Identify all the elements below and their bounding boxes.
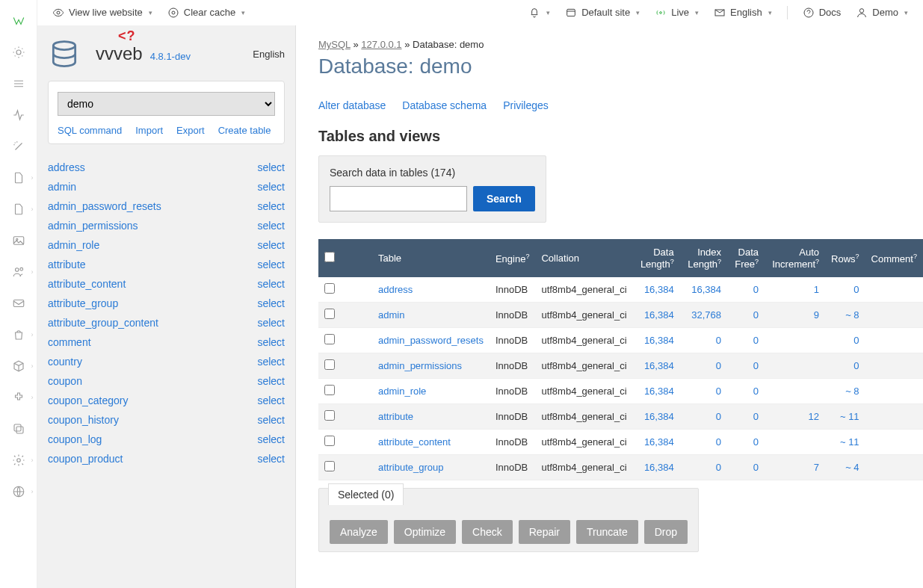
cell-index-length[interactable]: 0	[680, 455, 727, 480]
notifications-button[interactable]: ▾	[524, 4, 555, 22]
cell-auto-increment[interactable]: 7	[765, 455, 825, 480]
cell-rows[interactable]: 0	[825, 328, 865, 353]
check-button[interactable]: Check	[462, 520, 513, 544]
language-selector[interactable]: English ▾	[709, 4, 777, 22]
box-icon[interactable]: ›	[11, 359, 26, 374]
copy-icon[interactable]	[11, 421, 26, 436]
cell-data-length[interactable]: 16,384	[633, 353, 680, 379]
sidebar-table-link[interactable]: admin_permissions	[48, 220, 138, 232]
sidebar-select-link[interactable]: select	[257, 181, 285, 193]
table-name-link[interactable]: attribute_content	[378, 436, 451, 448]
gear-icon[interactable]: ›	[11, 453, 26, 468]
col-engine[interactable]: Engine?	[490, 239, 536, 277]
cell-index-length[interactable]: 16,384	[680, 277, 727, 303]
cell-auto-increment[interactable]: 1	[765, 277, 825, 303]
cell-index-length[interactable]: 0	[680, 404, 727, 430]
cell-auto-increment[interactable]	[765, 328, 825, 353]
sidebar-select-link[interactable]: select	[257, 239, 285, 251]
breadcrumb-mysql[interactable]: MySQL	[318, 39, 351, 50]
sidebar-table-link[interactable]: admin_role	[48, 239, 99, 251]
breadcrumb-host[interactable]: 127.0.0.1	[361, 39, 401, 50]
cell-data-free[interactable]: 0	[727, 277, 765, 303]
sidebar-select-link[interactable]: select	[257, 200, 285, 212]
sidebar-table-link[interactable]: attribute_group_content	[48, 317, 158, 329]
analyze-button[interactable]: Analyze	[330, 520, 388, 544]
cell-index-length[interactable]: 32,768	[680, 303, 727, 328]
col-data-free[interactable]: Data Free?	[727, 239, 765, 277]
sidebar-table-link[interactable]: attribute_content	[48, 278, 126, 290]
sidebar-table-link[interactable]: coupon_category	[48, 394, 128, 406]
menu-icon[interactable]	[11, 76, 26, 91]
cell-data-free[interactable]: 0	[727, 430, 765, 455]
cell-auto-increment[interactable]: 9	[765, 303, 825, 328]
export-link[interactable]: Export	[176, 125, 205, 136]
cell-auto-increment[interactable]	[765, 353, 825, 379]
logo-icon[interactable]	[11, 13, 26, 28]
file-icon[interactable]: ›	[11, 170, 26, 185]
row-checkbox[interactable]	[324, 385, 335, 395]
cell-data-length[interactable]: 16,384	[633, 455, 680, 480]
sidebar-table-link[interactable]: coupon	[48, 375, 82, 387]
cell-index-length[interactable]: 0	[680, 379, 727, 404]
view-live-button[interactable]: View live website ▾	[48, 4, 157, 22]
create-table-link[interactable]: Create table	[218, 125, 271, 136]
search-input[interactable]	[330, 186, 467, 211]
sidebar-select-link[interactable]: select	[257, 336, 285, 348]
row-checkbox[interactable]	[324, 410, 335, 421]
cell-data-length[interactable]: 16,384	[633, 430, 680, 455]
cell-data-length[interactable]: 16,384	[633, 303, 680, 328]
cell-data-free[interactable]: 0	[727, 353, 765, 379]
site-selector[interactable]: Default site ▾	[561, 4, 644, 22]
live-status[interactable]: Live ▾	[650, 4, 703, 22]
cell-rows[interactable]: ~ 8	[825, 379, 865, 404]
cell-data-free[interactable]: 0	[727, 455, 765, 480]
activity-icon[interactable]	[11, 108, 26, 123]
col-auto-increment[interactable]: Auto Increment?	[765, 239, 825, 277]
cell-data-free[interactable]: 0	[727, 303, 765, 328]
cell-rows[interactable]: 0	[825, 353, 865, 379]
cell-data-length[interactable]: 16,384	[633, 404, 680, 430]
cell-rows[interactable]: 0	[825, 277, 865, 303]
table-name-link[interactable]: attribute_group	[378, 462, 443, 473]
user-menu[interactable]: Demo ▾	[851, 4, 913, 22]
sidebar-table-link[interactable]: comment	[48, 336, 91, 348]
sun-icon[interactable]	[11, 45, 26, 60]
sidebar-table-link[interactable]: admin	[48, 181, 76, 193]
sidebar-select-link[interactable]: select	[257, 220, 285, 232]
docs-button[interactable]: Docs	[798, 4, 846, 22]
page-icon[interactable]: ›	[11, 202, 26, 217]
image-icon[interactable]	[11, 233, 26, 248]
globe-icon[interactable]: ›	[11, 484, 26, 499]
wand-icon[interactable]	[11, 139, 26, 154]
sidebar-select-link[interactable]: select	[257, 278, 285, 290]
optimize-button[interactable]: Optimize	[394, 520, 456, 544]
database-schema-link[interactable]: Database schema	[402, 99, 487, 111]
table-name-link[interactable]: address	[378, 284, 413, 295]
sidebar-table-link[interactable]: country	[48, 356, 82, 368]
col-data-length[interactable]: Data Length?	[633, 239, 680, 277]
sidebar-select-link[interactable]: select	[257, 356, 285, 368]
row-checkbox[interactable]	[324, 461, 335, 471]
cell-rows[interactable]: ~ 11	[825, 404, 865, 430]
row-checkbox[interactable]	[324, 334, 335, 344]
privileges-link[interactable]: Privileges	[503, 99, 549, 111]
table-name-link[interactable]: admin_permissions	[378, 360, 462, 371]
sidebar-table-link[interactable]: attribute	[48, 259, 86, 270]
cell-data-length[interactable]: 16,384	[633, 277, 680, 303]
row-checkbox[interactable]	[324, 283, 335, 294]
col-table[interactable]: Table	[372, 239, 490, 277]
cell-data-length[interactable]: 16,384	[633, 328, 680, 353]
cell-data-length[interactable]: 16,384	[633, 379, 680, 404]
drop-button[interactable]: Drop	[644, 520, 688, 544]
sql-command-link[interactable]: SQL command	[58, 125, 122, 136]
mail-icon[interactable]	[11, 296, 26, 311]
col-rows[interactable]: Rows?	[825, 239, 865, 277]
cell-rows[interactable]: ~ 4	[825, 455, 865, 480]
col-comment[interactable]: Comment?	[865, 239, 923, 277]
table-name-link[interactable]: attribute	[378, 411, 413, 422]
cell-data-free[interactable]: 0	[727, 328, 765, 353]
select-all-checkbox[interactable]	[324, 252, 335, 262]
col-index-length[interactable]: Index Length?	[680, 239, 727, 277]
import-link[interactable]: Import	[135, 125, 163, 136]
cell-index-length[interactable]: 0	[680, 430, 727, 455]
